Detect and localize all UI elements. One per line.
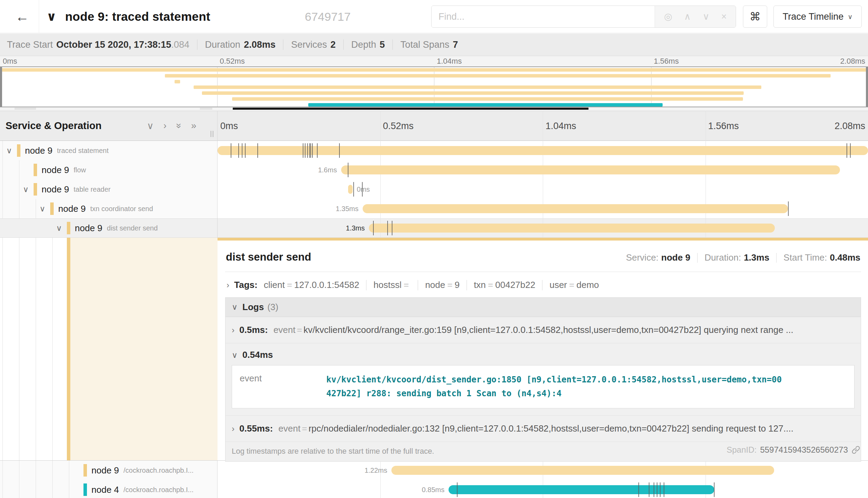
minimap-axis-label: 1.04ms xyxy=(437,57,462,66)
log-message-full: kv/kvclient/kvcoord/dist_sender.go:1850 … xyxy=(326,373,782,400)
minimap-axis: 0ms0.52ms1.04ms1.56ms2.08ms xyxy=(0,57,868,66)
minimap-axis-label: 0ms xyxy=(3,57,17,66)
minimap-span-bar xyxy=(308,103,663,107)
log-field-name: event xyxy=(240,373,326,400)
span-duration-label: 1.22ms xyxy=(364,467,387,474)
copy-link-icon[interactable] xyxy=(851,445,860,454)
chevron-right-icon: › xyxy=(232,325,234,335)
span-detail-meta: Service:node 9 Duration:1.3ms Start Time… xyxy=(626,252,860,263)
tag-separator xyxy=(366,280,366,290)
log-marker-tick xyxy=(638,482,639,497)
minimap-scroll-indicator[interactable] xyxy=(233,108,588,110)
collapse-children-icon[interactable]: ∨ xyxy=(6,146,12,155)
collapse-one-icon[interactable]: ∨ xyxy=(147,120,154,132)
minimap-span-bar xyxy=(0,68,868,72)
span-duration-bar[interactable] xyxy=(449,485,714,494)
ruler-label: 1.04ms xyxy=(546,120,576,131)
collapse-children-icon[interactable]: ∨ xyxy=(56,224,62,233)
duration-label: Duration xyxy=(205,39,240,50)
log-marker-tick xyxy=(309,143,310,158)
span-duration-bar[interactable] xyxy=(391,466,774,475)
column-resize-grip[interactable] xyxy=(211,131,213,137)
timeline-header-row: Service & Operation ∨ › » » 0ms0.52ms1.0… xyxy=(0,111,868,141)
tag-value: 127.0.0.1:54582 xyxy=(294,280,359,290)
tag-separator xyxy=(542,280,542,290)
span-duration-label: 1.6ms xyxy=(318,166,337,174)
span-row[interactable]: ∨node 9table reader0ms xyxy=(0,180,868,199)
keyboard-shortcuts-button[interactable]: ⌘ xyxy=(743,6,767,28)
minimap-right-handle[interactable] xyxy=(866,67,868,107)
log-marker-tick xyxy=(317,143,318,158)
minimap-axis-label: 2.08ms xyxy=(840,57,865,66)
log-marker-tick xyxy=(387,221,388,235)
total-spans-value: 7 xyxy=(453,39,458,50)
operation-name: traced statement xyxy=(57,147,109,155)
indent-guide xyxy=(2,141,3,160)
prev-match-icon[interactable]: ∧ xyxy=(684,11,691,22)
span-duration-label: 0ms xyxy=(357,185,370,193)
command-icon: ⌘ xyxy=(750,10,761,23)
tag-value: 9 xyxy=(454,280,459,290)
collapse-all-icon[interactable]: » xyxy=(174,123,184,128)
tags-row[interactable]: › Tags: client=127.0.0.1:54582hostssl=no… xyxy=(218,272,868,290)
span-duration-label: 0.85ms xyxy=(422,486,445,494)
log-marker-tick xyxy=(245,143,246,158)
span-row[interactable]: node 9/cockroach.roachpb.I...1.22ms xyxy=(0,461,868,480)
find-input[interactable] xyxy=(432,6,655,27)
log-marker-tick xyxy=(305,143,305,158)
collapse-trace-chevron[interactable]: ∨ xyxy=(46,0,56,33)
span-duration-bar[interactable] xyxy=(348,185,353,194)
tag-equals: = xyxy=(488,280,493,290)
log-marker-tick xyxy=(660,482,661,497)
clear-find-icon[interactable]: × xyxy=(721,11,727,22)
total-spans-label: Total Spans xyxy=(400,39,449,50)
log-marker-tick xyxy=(788,201,789,216)
log-marker-tick xyxy=(312,143,313,158)
span-color-strip xyxy=(218,238,868,241)
log-marker-tick xyxy=(649,482,649,497)
log-entry-detail: eventkv/kvclient/kvcoord/dist_sender.go:… xyxy=(232,365,854,408)
minimap-span-bar xyxy=(165,74,831,78)
span-row[interactable]: ∨node 9txn coordinator send1.35ms xyxy=(0,199,868,218)
span-row[interactable]: ∨node 9dist sender send1.3ms xyxy=(0,218,868,238)
collapse-controls: ∨ › » » xyxy=(147,111,196,141)
span-color-bar xyxy=(83,464,87,477)
find-bar: ◎ ∧ ∨ × xyxy=(431,6,736,28)
span-start-value: 0.48ms xyxy=(830,252,860,263)
logs-body: ›0.5ms:event=kv/kvclient/kvcoord/range_i… xyxy=(225,317,861,442)
tag-pair: client=127.0.0.1:54582 xyxy=(264,280,359,290)
expand-all-icon[interactable]: » xyxy=(191,120,196,131)
span-duration-bar[interactable] xyxy=(363,204,788,213)
log-entry-collapsed[interactable]: ›0.5ms:event=kv/kvclient/kvcoord/range_i… xyxy=(225,317,861,343)
span-row[interactable]: node 4/cockroach.roachpb.I...0.85ms xyxy=(0,480,868,498)
service-name: node 9 xyxy=(42,165,69,175)
span-row[interactable]: node 9flow1.6ms xyxy=(0,160,868,180)
next-match-icon[interactable]: ∨ xyxy=(702,11,709,22)
span-name: node 9dist sender send xyxy=(75,218,158,238)
span-color-bar xyxy=(83,483,87,496)
minimap-left-handle[interactable] xyxy=(0,67,2,107)
minimap-span-bar xyxy=(232,97,743,101)
collapse-children-icon[interactable]: ∨ xyxy=(39,204,45,214)
log-entry-header[interactable]: ∨0.54ms xyxy=(225,343,861,365)
minimap-scroll-nub xyxy=(15,108,36,110)
log-marker-tick xyxy=(457,482,458,497)
log-entry-expanded: ∨0.54mseventkv/kvclient/kvcoord/dist_sen… xyxy=(225,343,861,408)
expand-one-icon[interactable]: › xyxy=(163,120,167,131)
span-row[interactable]: ∨node 9traced statement xyxy=(0,141,868,160)
view-selector-button[interactable]: Trace Timeline ∨ xyxy=(773,6,862,28)
ruler-label: 0ms xyxy=(220,120,238,131)
span-detail-title: dist sender send xyxy=(226,251,311,263)
locate-icon[interactable]: ◎ xyxy=(664,11,672,22)
back-button[interactable]: ← xyxy=(6,0,38,33)
minimap-canvas[interactable] xyxy=(0,66,868,107)
logs-header[interactable]: ∨ Logs (3) xyxy=(225,298,861,317)
span-duration-bar[interactable] xyxy=(341,165,840,174)
collapse-children-icon[interactable]: ∨ xyxy=(23,185,29,194)
trace-summary-bar: Trace Start October 15 2020, 17:38:15.08… xyxy=(0,34,868,56)
log-marker-tick xyxy=(657,482,657,497)
span-duration-bar[interactable] xyxy=(218,146,868,155)
span-duration-bar[interactable] xyxy=(369,224,775,233)
log-entry-collapsed[interactable]: ›0.55ms:event=rpc/nodedialer/nodedialer.… xyxy=(225,415,861,442)
span-detail-indent xyxy=(0,238,218,461)
